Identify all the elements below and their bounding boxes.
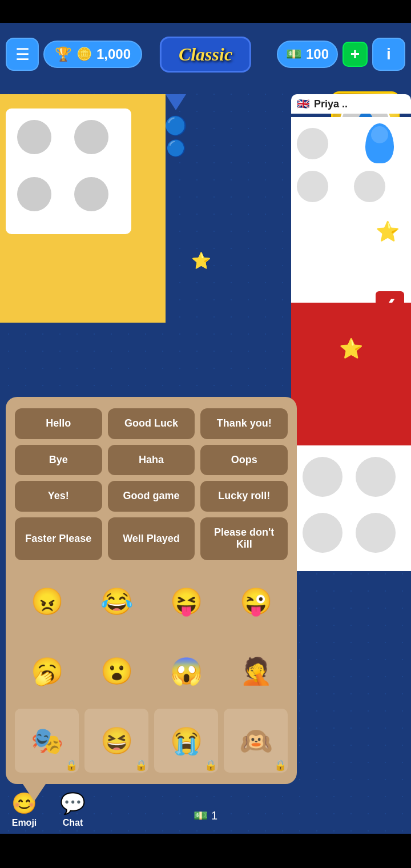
cash-value: 100 — [306, 46, 329, 62]
trophy-icon: 🏆 — [55, 46, 72, 62]
game-logo: Classic — [160, 37, 251, 73]
chat-buttons-grid: Hello Good Luck Thank you! Bye Haha Oops… — [15, 408, 288, 560]
game-title: Classic — [179, 44, 232, 65]
info-button[interactable]: i — [372, 38, 405, 71]
menu-icon: ☰ — [15, 45, 30, 64]
chat-btn-oops[interactable]: Oops — [200, 445, 288, 476]
emoji-locked-2[interactable]: 😆 — [84, 709, 148, 773]
emoji-facepalm[interactable]: 🤦 — [224, 639, 288, 703]
board-star-center: ⭐ — [191, 251, 211, 270]
menu-button[interactable]: ☰ — [6, 38, 39, 71]
player-flag-icon: 🇬🇧 — [297, 98, 309, 110]
chat-btn-yes[interactable]: Yes! — [15, 481, 102, 512]
player-circle-3 — [354, 171, 385, 202]
bottom-bar — [0, 834, 411, 868]
chat-btn-faster-please[interactable]: Faster Please — [15, 517, 102, 560]
cash-badge: 💵 100 — [277, 41, 338, 68]
header-left: ☰ 🏆 🪙 1,000 — [6, 38, 142, 71]
emoji-locked-4[interactable]: 🙉 — [224, 709, 288, 773]
token-slot-4 — [74, 177, 108, 211]
player-name: Priya .. — [314, 98, 348, 110]
emoji-laughing[interactable]: 😝 — [154, 569, 218, 633]
emoji-angry[interactable]: 😠 — [15, 569, 79, 633]
cash-icon: 💵 — [286, 47, 301, 62]
emoji-grid: 😠 😂 😝 😜 🥱 😮 😱 🤦 🎭 😆 😭 🙉 — [15, 569, 288, 773]
player-info-banner: 🇬🇧 Priya .. — [291, 94, 411, 114]
emoji-locked-1[interactable]: 🎭 — [15, 709, 79, 773]
bottom-circle-4 — [356, 513, 396, 553]
player-circle-1 — [297, 128, 328, 159]
chat-btn-hello[interactable]: Hello — [15, 408, 102, 439]
chat-panel: Hello Good Luck Thank you! Bye Haha Oops… — [6, 397, 297, 784]
chat-btn-bye[interactable]: Bye — [15, 445, 102, 476]
coin-icon: 🪙 — [76, 47, 92, 62]
add-cash-button[interactable]: + — [342, 42, 368, 67]
cash-counter-value: 1 — [211, 809, 217, 822]
bottom-circle-2 — [356, 457, 396, 497]
chat-nav-icon: 💬 — [60, 791, 86, 815]
cash-counter-icon: 💵 — [194, 809, 208, 822]
star-yellow-icon: ⭐ — [376, 220, 400, 243]
chat-btn-good-luck[interactable]: Good Luck — [108, 408, 195, 439]
emoji-tired[interactable]: 😮 — [84, 639, 148, 703]
bottom-circle-1 — [303, 457, 342, 497]
player-token-area — [291, 117, 411, 208]
yellow-token-area — [6, 108, 131, 234]
chevron-down-icon — [166, 94, 186, 110]
status-bar — [0, 0, 411, 23]
token-slot-1 — [17, 120, 51, 154]
emoji-shocked[interactable]: 😱 — [154, 639, 218, 703]
emoji-yawn[interactable]: 🥱 — [15, 639, 79, 703]
token-slot-3 — [17, 177, 51, 211]
star-red-icon: ⭐ — [339, 337, 363, 360]
header-right: 💵 100 + i — [277, 38, 405, 71]
chat-btn-please-dont-kill[interactable]: Please don't Kill — [200, 517, 288, 560]
token-slot-2 — [74, 120, 108, 154]
bottom-navigation: 😊 Emoji 💬 Chat — [0, 786, 97, 834]
chat-btn-good-game[interactable]: Good game — [108, 481, 195, 512]
bottom-circle-3 — [303, 513, 342, 553]
right-board-white: ⭐ — [291, 208, 411, 303]
coins-badge: 🏆 🪙 1,000 — [43, 41, 142, 68]
chat-btn-haha[interactable]: Haha — [108, 445, 195, 476]
blue-token-column: 🔵 🔵 — [164, 94, 187, 158]
nav-chat[interactable]: 💬 Chat — [49, 786, 97, 834]
header: ☰ 🏆 🪙 1,000 Classic 💵 100 + i — [0, 23, 411, 86]
player-circle-2 — [297, 171, 328, 202]
emoji-locked-3[interactable]: 😭 — [154, 709, 218, 773]
coins-value: 1,000 — [96, 46, 131, 62]
chat-btn-thank-you[interactable]: Thank you! — [200, 408, 288, 439]
chat-nav-label: Chat — [63, 818, 83, 828]
chat-btn-lucky-roll[interactable]: Lucky roll! — [200, 481, 288, 512]
chat-btn-well-played[interactable]: Well Played — [108, 517, 195, 560]
emoji-crying-laughing[interactable]: 😂 — [84, 569, 148, 633]
bottom-right-token-area — [291, 445, 411, 571]
emoji-wink[interactable]: 😜 — [224, 569, 288, 633]
red-board: ⭐ — [291, 303, 411, 445]
emoji-nav-label: Emoji — [12, 818, 37, 828]
cash-counter: 💵 1 — [194, 809, 217, 822]
